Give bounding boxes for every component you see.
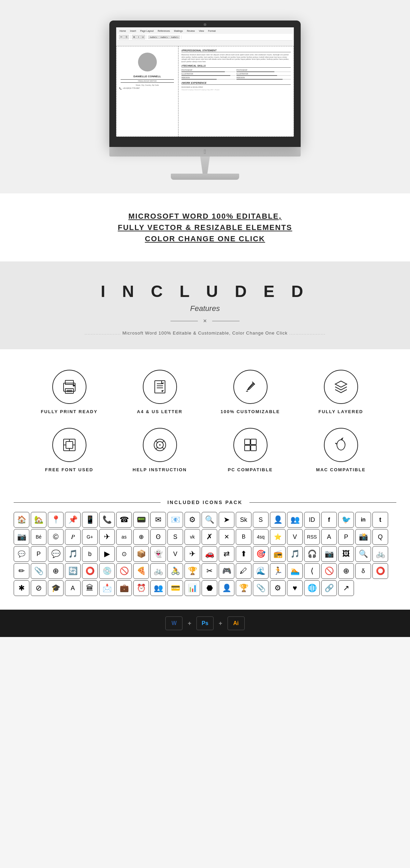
icon-block[interactable]: 🚫 [321, 563, 337, 579]
icon-briefcase[interactable]: 💼 [116, 580, 132, 596]
tab-view[interactable]: View [197, 29, 205, 32]
icon-swim[interactable]: 🏊 [287, 563, 303, 579]
icon-add[interactable]: ⊕ [48, 563, 64, 579]
icon-blogger[interactable]: B [236, 529, 251, 545]
icon-chart[interactable]: 📊 [184, 580, 200, 596]
icon-no[interactable]: 🚫 [116, 563, 132, 579]
icon-gplus[interactable]: G+ [82, 529, 98, 545]
icon-instagram[interactable]: 📷 [14, 529, 29, 545]
copy-btn[interactable]: ⎘ [124, 35, 129, 39]
icon-bank[interactable]: 🏛 [82, 580, 98, 596]
icon-pizza[interactable]: 🍕 [133, 563, 149, 579]
icon-award[interactable]: 🏆 [236, 580, 251, 596]
tab-insert[interactable]: Insert [129, 29, 138, 32]
icon-youtube[interactable]: ▶ [99, 546, 115, 562]
icon-shape[interactable]: ⬣ [202, 580, 217, 596]
icon-send[interactable]: ➤ [219, 512, 234, 528]
icon-facebook[interactable]: f [321, 512, 337, 528]
italic-btn[interactable]: I [137, 35, 140, 39]
icon-pen[interactable]: ✏ [14, 563, 29, 579]
icon-cycling[interactable]: 🚴 [167, 563, 183, 579]
icon-box-app[interactable]: 📦 [133, 546, 149, 562]
icon-badoo[interactable]: b [82, 546, 98, 562]
tab-page-layout[interactable]: Page Layout [139, 29, 155, 32]
icon-asterisk[interactable]: ✱ [14, 580, 29, 596]
cut-btn[interactable]: ✂ [119, 35, 124, 39]
icon-scissors[interactable]: ✂ [202, 563, 217, 579]
icon-path[interactable]: P [338, 529, 354, 545]
icon-music[interactable]: 🎵 [287, 546, 303, 562]
icon-vine[interactable]: V [167, 546, 183, 562]
icon-lastfm[interactable]: as [116, 529, 132, 545]
icon-email2[interactable]: 📧 [167, 512, 183, 528]
tab-references[interactable]: References [156, 29, 172, 32]
icon-disc[interactable]: 💿 [99, 563, 115, 579]
icon-bike[interactable]: 🚲 [372, 546, 388, 562]
icon-transfer[interactable]: ⇄ [219, 546, 234, 562]
icon-car[interactable]: 🚗 [202, 546, 217, 562]
bold-btn[interactable]: B [132, 35, 136, 39]
icon-cog[interactable]: ⚙ [270, 580, 286, 596]
icon-refresh[interactable]: 🔄 [65, 563, 81, 579]
icon-quora[interactable]: Q [372, 529, 388, 545]
icon-vimeo[interactable]: V [287, 529, 303, 545]
icon-inbox[interactable]: 📩 [99, 580, 115, 596]
icon-gallery[interactable]: 🖼 [338, 546, 354, 562]
icon-clock[interactable]: ⏰ [133, 580, 149, 596]
icon-graduate[interactable]: 🎓 [48, 580, 64, 596]
icon-settings[interactable]: ⚙ [184, 512, 200, 528]
icon-target[interactable]: 🎯 [253, 546, 269, 562]
icon-arrow[interactable]: ⟨ [304, 563, 320, 579]
icon-copyright[interactable]: © [48, 529, 64, 545]
icon-record[interactable]: ⭕ [372, 563, 388, 579]
icon-product[interactable]: P [31, 546, 46, 562]
icon-camera2[interactable]: 📸 [355, 529, 371, 545]
icon-twitter[interactable]: 🐦 [338, 512, 354, 528]
icon-user[interactable]: 👤 [270, 512, 286, 528]
icon-headphones[interactable]: 🎧 [304, 546, 320, 562]
icon-whatsapp[interactable]: 💬 [14, 546, 29, 562]
icon-card[interactable]: 💳 [167, 580, 183, 596]
icon-4sq[interactable]: 4sq [253, 529, 269, 545]
icon-pin[interactable]: 📌 [65, 512, 81, 528]
icon-phone[interactable]: 📞 [99, 512, 115, 528]
icon-music-player[interactable]: 📻 [270, 546, 286, 562]
icon-group[interactable]: 👥 [150, 580, 166, 596]
icon-id[interactable]: ID [304, 512, 320, 528]
icon-chat[interactable]: 💬 [48, 546, 64, 562]
icon-tumblr[interactable]: t [372, 512, 388, 528]
icon-profile[interactable]: 👤 [219, 580, 234, 596]
tab-mailings[interactable]: Mailings [173, 29, 184, 32]
tab-home[interactable]: Home [118, 29, 127, 32]
icon-game[interactable]: 🎮 [219, 563, 234, 579]
icon-behance[interactable]: Bé [31, 529, 46, 545]
icon-camera3[interactable]: 📷 [321, 546, 337, 562]
icon-delta[interactable]: δ [355, 563, 371, 579]
icon-snapchat[interactable]: 👻 [150, 546, 166, 562]
icon-x[interactable]: ✗ [202, 529, 217, 545]
icon-mix[interactable]: ʘ [150, 529, 166, 545]
icon-skype2[interactable]: S [253, 512, 269, 528]
icon-run[interactable]: 🏃 [270, 563, 286, 579]
icon-phone3[interactable]: 📟 [133, 512, 149, 528]
icon-paperclip[interactable]: 📎 [253, 580, 269, 596]
icon-plane[interactable]: ✈ [184, 546, 200, 562]
icon-location[interactable]: 📍 [48, 512, 64, 528]
icon-flickr[interactable]: ⊕ [133, 529, 149, 545]
icon-phone2[interactable]: ☎ [116, 512, 132, 528]
icon-spotify[interactable]: 🎵 [65, 546, 81, 562]
tab-format[interactable]: Format [207, 29, 217, 32]
icon-search[interactable]: 🔍 [202, 512, 217, 528]
icon-forbidden[interactable]: ⊘ [31, 580, 46, 596]
icon-vk[interactable]: vk [184, 529, 200, 545]
icon-telegram[interactable]: ✈ [99, 529, 115, 545]
icon-mobile[interactable]: 📱 [82, 512, 98, 528]
tab-review[interactable]: Review [186, 29, 196, 32]
icon-pinterest[interactable]: 𝑃 [65, 529, 81, 545]
icon-bicycle[interactable]: 🚲 [150, 563, 166, 579]
icon-trophy[interactable]: 🏆 [184, 563, 200, 579]
icon-heart[interactable]: ♥ [287, 580, 303, 596]
icon-users[interactable]: 👥 [287, 512, 303, 528]
icon-upload[interactable]: ⬆ [236, 546, 251, 562]
icon-stumble[interactable]: S [167, 529, 183, 545]
